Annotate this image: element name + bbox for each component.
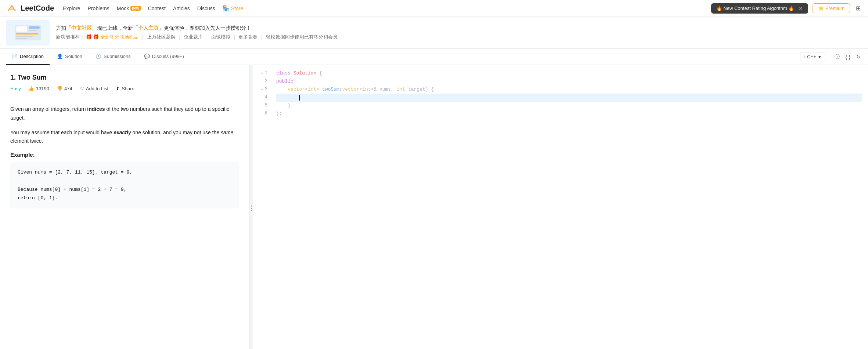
line-num-3: ▸ 3: [261, 86, 270, 94]
logo-icon: [6, 3, 18, 14]
info-icon-button[interactable]: ⓘ: [833, 52, 841, 62]
banner-line1: 力扣「中文社区」现已上线，全新「个人主页」更优体验，即刻加入先人一步攒积分！: [56, 25, 338, 32]
text-cursor: [299, 95, 300, 101]
nav-contest[interactable]: Contest: [148, 6, 166, 11]
line-num-1: ▸ 1: [261, 69, 270, 77]
banner-link-solutions[interactable]: 上万社区题解: [147, 34, 176, 40]
share-button[interactable]: ⬆ Share: [116, 86, 134, 91]
banner-image: [6, 20, 50, 46]
banner-link-enterprise[interactable]: 企业题库: [184, 34, 203, 40]
editor-icons: ⓘ { } ↻: [833, 52, 862, 62]
tab-discuss[interactable]: 💬 Discuss (999+): [138, 49, 190, 65]
problem-description-p2: You may assume that each input would hav…: [10, 128, 239, 146]
banner-line2: 新功能推荐： 🎁 🎁 全新积分商场礼品 | 上万社区题解 | 企业题库 | 面试…: [56, 34, 338, 40]
banner-link-interview[interactable]: 面试模拟: [211, 34, 230, 40]
code-format-button[interactable]: { }: [844, 52, 852, 61]
line-num-5: 5: [265, 102, 270, 110]
nav-problems[interactable]: Problems: [88, 6, 109, 11]
example-title: Example:: [10, 152, 239, 158]
difficulty-badge: Easy: [10, 86, 21, 91]
editor-container: ▸ 1 2 ▸ 3 4 5: [253, 65, 868, 349]
code-line-3: vector<int> twoSum(vector<int>& nums, in…: [276, 86, 862, 94]
refresh-button[interactable]: ↻: [855, 52, 862, 61]
logo[interactable]: LeetCode: [6, 3, 54, 14]
svg-rect-3: [29, 30, 37, 31]
svg-rect-5: [16, 36, 33, 37]
problem-title: 1. Two Sum: [10, 74, 239, 81]
contest-banner: 🔥 New Contest Rating Algorithm 🔥 ✕: [711, 3, 808, 14]
tabs-bar: 📄 Description 👤 Solution 🕐 Submissions 💬…: [0, 49, 868, 65]
main-layout: 1. Two Sum Easy 👍 13190 👎 474 ♡ Add to L…: [0, 65, 868, 349]
nav-articles[interactable]: Articles: [173, 6, 190, 11]
nav-store[interactable]: 🏪 Store: [223, 5, 243, 12]
svg-rect-6: [16, 38, 27, 39]
announcement-banner: 力扣「中文社区」现已上线，全新「个人主页」更优体验，即刻加入先人一步攒积分！ 新…: [0, 17, 868, 49]
banner-link-contest[interactable]: 更多竞赛: [238, 34, 257, 40]
line-num-4: 4: [265, 94, 270, 102]
svg-rect-2: [29, 26, 40, 29]
nav-mock[interactable]: Mock new: [117, 6, 141, 11]
nav-right: 🔥 New Contest Rating Algorithm 🔥 ✕ ⭐ Pre…: [711, 3, 862, 14]
code-editor-panel: ▸ 1 2 ▸ 3 4 5: [253, 65, 868, 349]
expand-button[interactable]: ⊞: [854, 3, 862, 13]
tab-solution[interactable]: 👤 Solution: [51, 49, 88, 65]
banner-content: 力扣「中文社区」现已上线，全新「个人主页」更优体验，即刻加入先人一步攒积分！ 新…: [56, 25, 338, 40]
resize-dots: [251, 206, 252, 211]
panel-resize-handle[interactable]: [250, 65, 253, 349]
code-line-5: }: [276, 102, 862, 110]
code-line-4: [276, 94, 862, 102]
nav-links: Explore Problems Mock new Contest Articl…: [63, 5, 711, 12]
banner-link-sync[interactable]: 轻松数据同步使用已有积分和会员: [266, 34, 338, 40]
add-to-list-button[interactable]: ♡ Add to List: [80, 86, 108, 91]
banner-link-gift[interactable]: 🎁 全新积分商场礼品: [93, 34, 138, 40]
example-code: Given nums = [2, 7, 11, 15], target = 9,…: [10, 162, 239, 208]
code-line-1: class Solution {: [276, 69, 862, 77]
banner-image-inner: [6, 20, 50, 46]
downvote-button[interactable]: 👎 474: [57, 86, 72, 91]
code-line-6: };: [276, 110, 862, 118]
editor-toolbar: i C++ ▾ ⓘ { } ↻: [800, 52, 862, 62]
tab-description[interactable]: 📄 Description: [6, 49, 50, 65]
line-num-2: 2: [265, 77, 270, 86]
premium-button[interactable]: ⭐ Premium: [813, 3, 850, 13]
code-content[interactable]: class Solution { public: vector<int> two…: [270, 65, 868, 349]
contest-close-button[interactable]: ✕: [799, 6, 803, 11]
upvote-button[interactable]: 👍 13190: [28, 86, 49, 91]
problem-description-p1: Given an array of integers, return indic…: [10, 105, 239, 123]
svg-rect-4: [16, 33, 38, 34]
svg-rect-1: [16, 26, 27, 32]
line-num-6: 6: [265, 110, 270, 118]
meta-divider: [10, 99, 239, 99]
logo-text: LeetCode: [21, 4, 54, 12]
problem-meta: Easy 👍 13190 👎 474 ♡ Add to List ⬆ Share: [10, 86, 239, 91]
nav-explore[interactable]: Explore: [63, 6, 80, 11]
banner-decorative-graphic: [13, 23, 43, 42]
mock-badge: new: [130, 6, 140, 11]
language-selector[interactable]: i C++ ▾: [800, 52, 825, 61]
code-editor[interactable]: ▸ 1 2 ▸ 3 4 5: [253, 65, 868, 349]
nav-discuss[interactable]: Discuss: [197, 6, 215, 11]
line-numbers: ▸ 1 2 ▸ 3 4 5: [253, 65, 270, 349]
top-nav: LeetCode Explore Problems Mock new Conte…: [0, 0, 868, 17]
problem-panel: 1. Two Sum Easy 👍 13190 👎 474 ♡ Add to L…: [0, 65, 250, 349]
tab-submissions[interactable]: 🕐 Submissions: [90, 49, 137, 65]
code-line-2: public:: [276, 77, 862, 86]
